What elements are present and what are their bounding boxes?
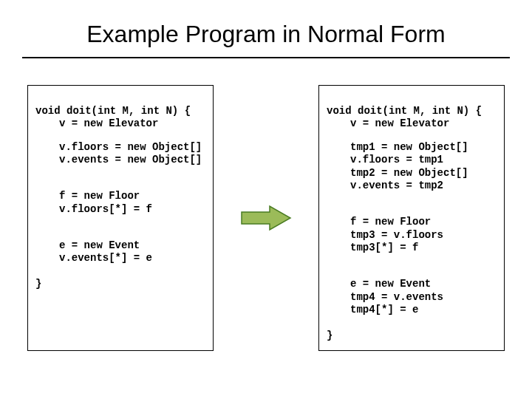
code-line: }: [327, 330, 332, 341]
slide-title: Example Program in Normal Form: [22, 15, 510, 57]
code-line: tmp1 = new Object[]: [327, 141, 468, 153]
svg-marker-0: [242, 206, 290, 230]
code-line: tmp3 = v.floors: [327, 229, 443, 241]
two-column-layout: void doit(int M, int N) { v = new Elevat…: [22, 85, 510, 351]
code-block: v.floors = new Object[] v.events = new O…: [35, 141, 205, 167]
code-line: tmp2 = new Object[]: [327, 167, 468, 179]
code-line: }: [35, 278, 41, 290]
code-line: tmp4[*] = e: [327, 304, 418, 316]
code-line: e = new Event: [35, 239, 140, 251]
code-line: tmp4 = v.events: [327, 291, 443, 303]
code-line: v.events[*] = e: [35, 252, 152, 264]
code-line: v.floors = new Object[]: [35, 141, 202, 153]
code-block: tmp1 = new Object[] v.floors = tmp1 tmp2…: [327, 141, 497, 193]
code-line: v.events = new Object[]: [35, 154, 202, 166]
code-box-right: void doit(int M, int N) { v = new Elevat…: [318, 85, 505, 351]
arrow-container: [240, 85, 292, 351]
code-line: v = new Elevator: [35, 117, 158, 129]
code-block: f = new Floor v.floors[*] = f: [35, 190, 205, 216]
code-line: v.floors[*] = f: [35, 203, 152, 215]
code-block: e = new Event v.events[*] = e: [35, 239, 205, 265]
code-line: f = new Floor: [35, 190, 140, 202]
code-line: f = new Floor: [327, 216, 431, 228]
arrow-right-icon: [240, 205, 292, 231]
title-underline: [22, 57, 510, 58]
code-line: v.events = tmp2: [327, 180, 443, 191]
code-line: void doit(int M, int N) {: [327, 105, 482, 117]
code-block: f = new Floor tmp3 = v.floors tmp3[*] = …: [327, 216, 497, 255]
code-box-left: void doit(int M, int N) { v = new Elevat…: [27, 85, 214, 351]
code-line: v.floors = tmp1: [327, 154, 443, 166]
code-line: void doit(int M, int N) {: [35, 105, 191, 117]
code-line: tmp3[*] = f: [327, 242, 418, 253]
code-line: e = new Event: [327, 278, 431, 290]
code-block: e = new Event tmp4 = v.events tmp4[*] = …: [327, 278, 497, 317]
code-line: v = new Elevator: [327, 117, 449, 129]
slide: Example Program in Normal Form void doit…: [0, 0, 532, 399]
